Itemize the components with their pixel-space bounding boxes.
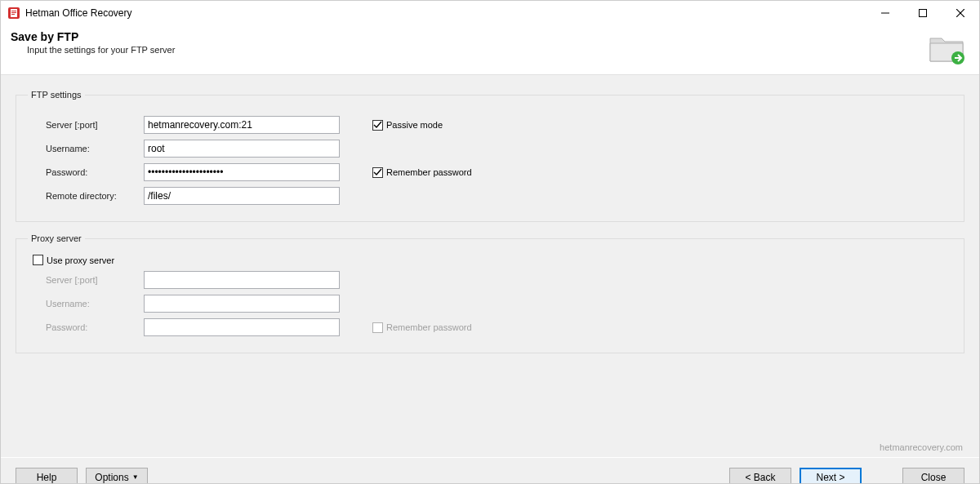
minimize-button[interactable]	[866, 1, 904, 25]
checkbox-icon	[372, 322, 383, 333]
checkbox-icon	[33, 255, 43, 265]
passive-mode-checkbox[interactable]: Passive mode	[372, 120, 443, 131]
ftp-remote-dir-input[interactable]	[144, 187, 340, 205]
proxy-server-label: Server [:port]	[46, 275, 144, 285]
window-title: Hetman Office Recovery	[25, 7, 132, 19]
chevron-down-icon: ▼	[132, 473, 139, 481]
svg-rect-2	[11, 11, 16, 11]
back-button[interactable]: < Back	[729, 468, 791, 485]
proxy-server-input	[144, 271, 340, 289]
ftp-username-label: Username:	[46, 144, 144, 153]
next-button[interactable]: Next >	[800, 468, 862, 485]
proxy-server-group: Proxy server Use proxy server Server [:p…	[16, 233, 964, 353]
ftp-remote-dir-row: Remote directory:	[46, 186, 949, 206]
use-proxy-checkbox[interactable]: Use proxy server	[33, 255, 949, 265]
ftp-username-input[interactable]	[144, 140, 340, 158]
proxy-password-input	[144, 318, 340, 336]
ftp-folder-icon	[927, 30, 966, 66]
proxy-remember-password-label: Remember password	[386, 322, 472, 332]
title-bar: Hetman Office Recovery	[1, 1, 979, 25]
close-button[interactable]	[942, 1, 979, 25]
app-icon	[7, 7, 20, 20]
wizard-body: FTP settings Server [:port] Passive mode…	[1, 75, 979, 457]
ftp-password-label: Password:	[46, 167, 144, 177]
ftp-settings-legend: FTP settings	[28, 90, 85, 100]
ftp-server-row: Server [:port] Passive mode	[46, 115, 949, 135]
brand-link[interactable]: hetmanrecovery.com	[880, 442, 963, 452]
svg-rect-6	[920, 10, 927, 17]
remember-password-checkbox[interactable]: Remember password	[372, 167, 472, 178]
proxy-username-label: Username:	[46, 299, 144, 309]
proxy-password-label: Password:	[46, 322, 144, 332]
ftp-server-input[interactable]	[144, 116, 340, 134]
ftp-remote-dir-label: Remote directory:	[46, 191, 144, 201]
window-controls	[866, 1, 979, 25]
ftp-password-input[interactable]	[144, 163, 340, 181]
wizard-header: Save by FTP Input the settings for your …	[1, 25, 979, 75]
ftp-password-row: Password: Remember password	[46, 162, 949, 182]
checkbox-icon	[372, 167, 383, 178]
svg-rect-4	[11, 14, 15, 15]
proxy-server-legend: Proxy server	[28, 233, 85, 243]
help-button[interactable]: Help	[16, 468, 78, 485]
ftp-settings-group: FTP settings Server [:port] Passive mode…	[16, 90, 964, 222]
passive-mode-label: Passive mode	[386, 120, 443, 130]
proxy-password-row: Password: Remember password	[46, 317, 949, 337]
proxy-username-input	[144, 295, 340, 313]
ftp-server-label: Server [:port]	[46, 120, 144, 130]
ftp-username-row: Username:	[46, 139, 949, 158]
remember-password-label: Remember password	[386, 167, 472, 177]
button-bar: Help Options▼ < Back Next > Close	[1, 457, 979, 484]
use-proxy-label: Use proxy server	[47, 255, 114, 265]
page-title: Save by FTP	[11, 30, 927, 43]
close-wizard-button[interactable]: Close	[902, 468, 964, 485]
proxy-username-row: Username:	[46, 294, 949, 313]
checkbox-icon	[372, 120, 383, 131]
page-subtitle: Input the settings for your FTP server	[27, 45, 927, 55]
maximize-button[interactable]	[904, 1, 942, 25]
svg-rect-3	[11, 12, 16, 13]
options-button[interactable]: Options▼	[86, 468, 148, 485]
proxy-remember-password-checkbox: Remember password	[372, 322, 472, 333]
proxy-server-row: Server [:port]	[46, 270, 949, 290]
